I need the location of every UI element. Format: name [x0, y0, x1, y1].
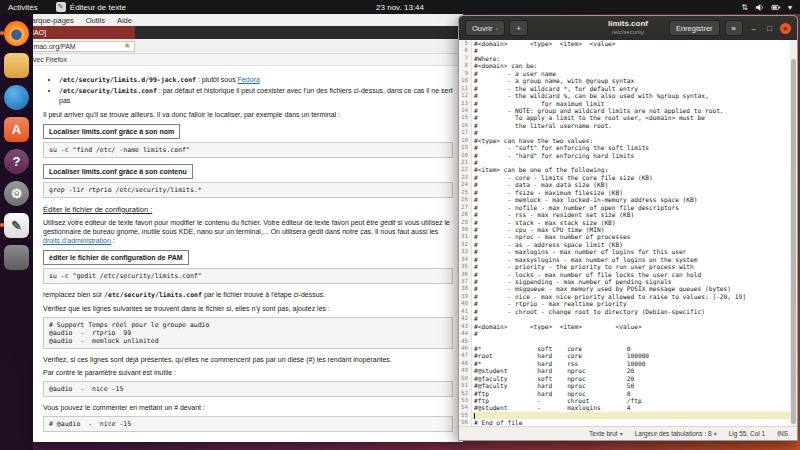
- editor-line[interactable]: 21#: [459, 159, 790, 166]
- editor-line[interactable]: 23# - core - limits the core file size (…: [459, 174, 790, 181]
- line-number: 24: [459, 181, 472, 188]
- headerbar-right: Enregistrer ≡ – □ ×: [669, 20, 791, 36]
- new-document-button[interactable]: +: [509, 20, 527, 36]
- toggle-box-header[interactable]: Localiser limits.conf grâce à son nom: [43, 124, 180, 139]
- activities-button[interactable]: Activités: [0, 3, 46, 12]
- editor-line[interactable]: 37# - sigpending - max number of pending…: [459, 278, 790, 285]
- system-tray[interactable]: ⇅ ▾: [741, 3, 800, 12]
- editor-line[interactable]: 28# - rss - max resident set size (KB): [459, 211, 790, 218]
- scrollbar[interactable]: [790, 40, 797, 426]
- editor-line[interactable]: 42#: [459, 315, 790, 322]
- editor-line[interactable]: 56# End of file: [459, 419, 790, 426]
- filetype-dropdown[interactable]: Texte brut ▾: [589, 430, 623, 437]
- dock-item-settings[interactable]: ⚙: [4, 180, 30, 206]
- editor-line[interactable]: 20# - "hard" for enforcing hard limits: [459, 152, 790, 159]
- scrollbar-thumb[interactable]: [791, 59, 796, 424]
- editor-line[interactable]: 49#@student hard nproc 20: [459, 367, 790, 374]
- editor-line[interactable]: 41# - chroot - change root to directory …: [459, 308, 790, 315]
- dock-item-ubuntu-software[interactable]: A: [4, 116, 30, 142]
- dock-item-help[interactable]: ?: [4, 148, 30, 174]
- dock-item-firefox[interactable]: [4, 20, 30, 46]
- toggle-box-header[interactable]: Localiser limits.conf grâce à son conten…: [43, 164, 193, 179]
- editor-line[interactable]: 50#@faculty soft nproc 20: [459, 375, 790, 382]
- line-number: 56: [459, 419, 472, 426]
- editor-lines[interactable]: 5#<domain> <type> <item> <value>6#7#Wher…: [459, 40, 790, 426]
- browser-tab[interactable]: PAM [LinuxMAO]: [33, 26, 135, 39]
- menubar-items: FichierÉditionAffichageHistoriqueMarque-…: [33, 16, 138, 25]
- toggle-box-header[interactable]: éditer le fichier de configuration de PA…: [43, 250, 189, 265]
- close-button[interactable]: ×: [780, 23, 791, 34]
- editor-line[interactable]: 46#* soft core 0: [459, 345, 790, 352]
- page-link[interactable]: Fedora: [238, 76, 260, 83]
- line-text: #<type> can have the two values:: [472, 137, 790, 144]
- clock[interactable]: 23 nov. 13:44: [376, 3, 424, 12]
- bookmark-star-icon[interactable]: ★: [124, 42, 131, 50]
- editor-line[interactable]: 10# - a group name, with @group syntax: [459, 77, 790, 84]
- dock-item-files[interactable]: [4, 52, 30, 78]
- editor-line[interactable]: 51#@faculty hard nproc 50: [459, 382, 790, 389]
- editor-line[interactable]: 47#root hard core 100000: [459, 352, 790, 359]
- editor-line[interactable]: 30# - cpu - max CPU time (MIN): [459, 226, 790, 233]
- editor-line[interactable]: 22#<item> can be one of the following:: [459, 166, 790, 173]
- editor-line[interactable]: 54#@student - maxlogins 4: [459, 404, 790, 411]
- editor-line[interactable]: 44#: [459, 330, 790, 337]
- line-text: # - cpu - max CPU time (MIN): [472, 226, 790, 233]
- line-text: # - core - limits the core file size (KB…: [472, 174, 790, 181]
- editor-line[interactable]: 29# - stack - max stack size (KB): [459, 219, 790, 226]
- line-text: # - the wildcard *, for default entry: [472, 85, 790, 92]
- editor-line[interactable]: 15# To apply a limit to the root user, <…: [459, 114, 790, 121]
- editor-line[interactable]: 32# - as - address space limit (KB): [459, 241, 790, 248]
- editor-line[interactable]: 7#Where:: [459, 55, 790, 62]
- dock-item-trash[interactable]: [4, 244, 30, 270]
- url-bar[interactable]: linuxmao.org/PAM ★: [33, 41, 135, 52]
- editor-line[interactable]: 55: [459, 412, 790, 419]
- editor-area[interactable]: 5#<domain> <type> <item> <value>6#7#Wher…: [459, 40, 797, 426]
- editor-line[interactable]: 43#<domain> <type> <item> <value>: [459, 323, 790, 330]
- editor-line[interactable]: 5#<domain> <type> <item> <value>: [459, 40, 790, 47]
- editor-line[interactable]: 35# - priority - the priority to run use…: [459, 263, 790, 270]
- code-block: su -c "gedit /etc/security/limits.conf": [43, 268, 453, 284]
- editor-line[interactable]: 6#: [459, 47, 790, 54]
- menu-aide[interactable]: Aide: [111, 16, 138, 25]
- editor-line[interactable]: 34# - maxsyslogins - max number of login…: [459, 256, 790, 263]
- editor-line[interactable]: 18#<type> can have the two values:: [459, 137, 790, 144]
- editor-line[interactable]: 38# - msgqueue - max memory used by POSI…: [459, 285, 790, 292]
- editor-line[interactable]: 26# - memlock - max locked-in-memory add…: [459, 196, 790, 203]
- editor-line[interactable]: 39# - nice - max nice priority allowed t…: [459, 293, 790, 300]
- bookmark-item[interactable]: Débuter avec Firefox: [33, 56, 67, 63]
- open-button[interactable]: Ouvrir ▾: [465, 20, 505, 36]
- editor-line[interactable]: 19# - "soft" for enforcing the soft limi…: [459, 144, 790, 151]
- editor-line[interactable]: 17#: [459, 129, 790, 136]
- editor-line[interactable]: 24# - data - max data size (KB): [459, 181, 790, 188]
- app-menu-label: Éditeur de texte: [70, 3, 126, 12]
- editor-line[interactable]: 33# - maxlogins - max number of logins f…: [459, 248, 790, 255]
- minimize-button[interactable]: –: [748, 23, 759, 34]
- editor-line[interactable]: 16# the literal username root.: [459, 122, 790, 129]
- dock-item-thunderbird[interactable]: [4, 84, 30, 110]
- line-text: # - nice - max nice priority allowed to …: [472, 293, 790, 300]
- tab-width-dropdown[interactable]: Largeur des tabulations : 8 ▾: [635, 430, 717, 437]
- dock-item-text-editor[interactable]: ✎: [4, 212, 30, 238]
- editor-line[interactable]: 14# - NOTE: group and wildcard limits ar…: [459, 107, 790, 114]
- editor-line[interactable]: 27# - nofile - max number of open file d…: [459, 204, 790, 211]
- editor-line[interactable]: 48#* hard rss 10000: [459, 360, 790, 367]
- editor-line[interactable]: 31# - nproc - max number of processes: [459, 233, 790, 240]
- editor-line[interactable]: 8#<domain> can be:: [459, 62, 790, 69]
- maximize-button[interactable]: □: [764, 23, 775, 34]
- editor-line[interactable]: 52#ftp hard nproc 0: [459, 390, 790, 397]
- editor-line[interactable]: 53#ftp - chroot /ftp: [459, 397, 790, 404]
- save-button[interactable]: Enregistrer: [669, 20, 720, 36]
- editor-line[interactable]: 12# - the wildcard %, can be also used w…: [459, 92, 790, 99]
- editor-line[interactable]: 40# - rtprio - max realtime priority: [459, 300, 790, 307]
- editor-line[interactable]: 25# - fsize - maximum filesize (KB): [459, 189, 790, 196]
- menu-button[interactable]: ≡: [725, 20, 743, 36]
- editor-line[interactable]: 36# - locks - max number of file locks t…: [459, 271, 790, 278]
- editor-line[interactable]: 13# for maximum limit: [459, 100, 790, 107]
- app-menu[interactable]: ✎ Éditeur de texte: [56, 2, 126, 12]
- menu-outils[interactable]: Outils: [80, 16, 111, 25]
- editor-line[interactable]: 11# - the wildcard *, for default entry: [459, 85, 790, 92]
- editor-line[interactable]: 9# - a user name: [459, 70, 790, 77]
- menu-marquepages[interactable]: Marque-pages: [33, 16, 80, 25]
- editor-line[interactable]: 45: [459, 338, 790, 345]
- page-link[interactable]: droits d'administration: [43, 237, 111, 244]
